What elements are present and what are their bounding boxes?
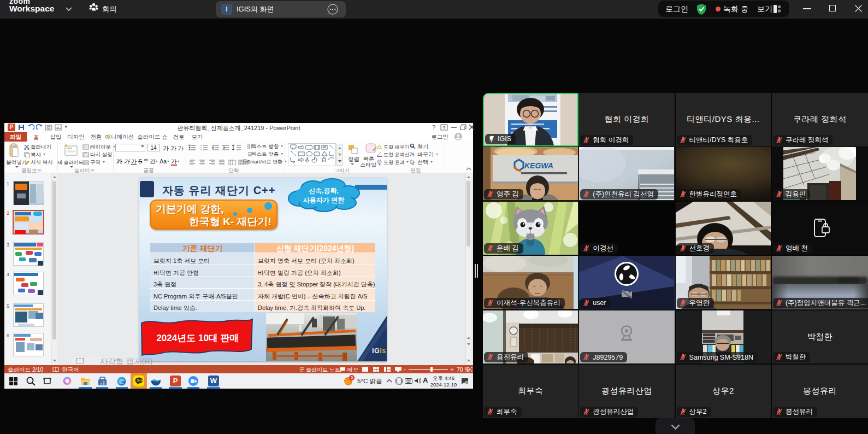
svg-text:TALK: TALK (137, 379, 143, 382)
svg-text:KEGWA: KEGWA (524, 161, 553, 170)
